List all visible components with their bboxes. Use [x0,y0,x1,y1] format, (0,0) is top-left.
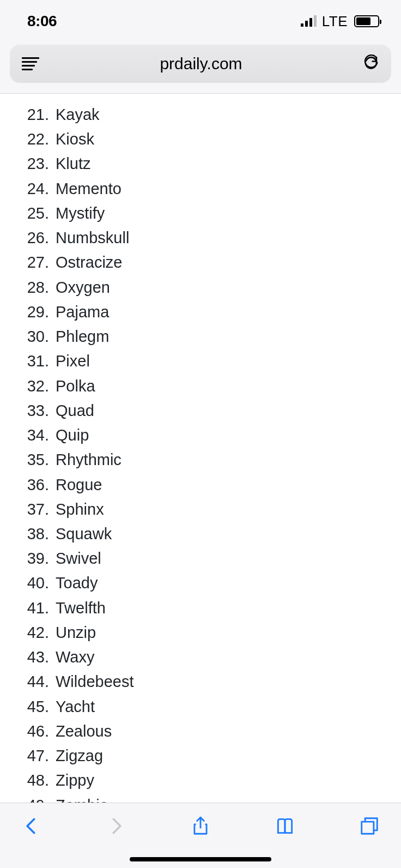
list-item: Numbskull [16,226,385,250]
status-time: 8:06 [27,13,57,30]
list-item: Squawk [16,522,385,546]
list-item: Quip [16,423,385,448]
list-item: Zippy [16,768,385,793]
list-item: Oxygen [16,275,385,300]
list-item: Sphinx [16,497,385,522]
cellular-signal-icon [301,16,317,27]
bookmarks-button[interactable] [273,814,297,838]
tabs-button[interactable] [357,814,381,838]
list-item: Zealous [16,719,385,744]
list-item: Yacht [16,695,385,719]
network-type: LTE [322,13,348,30]
list-item: Ostracize [16,250,385,275]
status-right: LTE [301,13,379,30]
address-bar[interactable]: prdaily.com [10,45,391,83]
list-item: Swivel [16,546,385,571]
list-item: Unzip [16,620,385,645]
home-indicator[interactable] [130,857,271,861]
battery-icon [354,15,379,27]
forward-button [104,814,128,838]
list-item: Quad [16,399,385,423]
list-item: Memento [16,177,385,201]
reader-view-icon[interactable] [22,57,39,70]
list-item: Mystify [16,201,385,226]
list-item: Rhythmic [16,448,385,472]
word-list: KayakKioskKlutzMementoMystifyNumbskullOs… [16,103,385,818]
divider [0,83,401,94]
back-button[interactable] [20,814,44,838]
page-content[interactable]: KayakKioskKlutzMementoMystifyNumbskullOs… [0,94,401,851]
list-item: Kiosk [16,127,385,152]
list-item: Kayak [16,103,385,127]
list-item: Pajama [16,300,385,324]
list-item: Twelfth [16,596,385,620]
list-item: Phlegm [16,324,385,349]
list-item: Rogue [16,473,385,497]
share-button[interactable] [189,814,212,838]
svg-rect-0 [362,822,374,834]
list-item: Zigzag [16,744,385,768]
reload-icon[interactable] [363,55,379,73]
status-bar: 8:06 LTE [0,0,401,43]
list-item: Polka [16,374,385,399]
list-item: Waxy [16,645,385,670]
list-item: Pixel [16,349,385,373]
list-item: Wildebeest [16,670,385,694]
url-text[interactable]: prdaily.com [39,55,363,73]
list-item: Toady [16,571,385,595]
list-item: Klutz [16,152,385,176]
